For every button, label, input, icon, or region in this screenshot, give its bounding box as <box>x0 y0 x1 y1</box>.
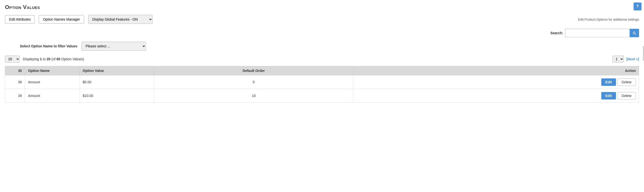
search-input-wrapper <box>565 29 639 37</box>
option-names-manager-button[interactable]: Option Names Manager <box>39 15 84 23</box>
col-header-id: ID <box>5 66 25 75</box>
data-table: ID Option Name Option Value Default Orde… <box>5 66 639 103</box>
cell-default-order: 10 <box>154 89 354 103</box>
search-button[interactable] <box>630 29 639 37</box>
pagination-row: 20 Displaying 1 to 20 (of 65 Option Valu… <box>5 56 639 62</box>
search-icon <box>632 31 636 35</box>
table-row: 39 Amount $10.00 10 Edit Delete <box>5 89 639 103</box>
cell-option-name: Amount <box>25 75 80 89</box>
table-row: 38 Amount $5.00 5 Edit Delete <box>5 75 639 89</box>
next-link[interactable]: [Next »] <box>626 57 639 61</box>
cell-option-name: Amount <box>25 89 80 103</box>
col-header-default-order: Default Order <box>154 66 354 75</box>
toolbar-row: Edit Attributes Option Names Manager Dis… <box>5 15 639 24</box>
cell-id: 39 <box>5 89 25 103</box>
edit-button[interactable]: Edit <box>601 92 616 99</box>
pagination-right: 1 [Next »] <box>612 56 639 62</box>
col-header-option-name: Option Name <box>25 66 80 75</box>
pagination-total: 65 <box>56 57 60 61</box>
col-header-action: Action <box>354 66 639 75</box>
col-header-option-value: Option Value <box>80 66 154 75</box>
edit-product-link: Edit Product Options for additional sett… <box>578 18 639 21</box>
help-button[interactable]: ? <box>634 2 642 10</box>
page-select[interactable]: 1 <box>612 56 624 62</box>
search-row: Search: <box>5 29 639 37</box>
cell-default-order: 5 <box>154 75 354 89</box>
page-title: Option Values <box>5 4 639 10</box>
pagination-display-pre: Displaying <box>23 57 39 61</box>
filter-select[interactable]: Please select ... <box>82 42 146 51</box>
pagination-range-end: 20 <box>47 57 51 61</box>
pagination-info: Displaying 1 to 20 (of 65 Option Values) <box>23 57 84 61</box>
scroll-indicator <box>643 46 644 61</box>
edit-button[interactable]: Edit <box>601 78 616 86</box>
page-wrapper: ? Option Values Edit Attributes Option N… <box>0 0 644 107</box>
pagination-range-start: 1 <box>40 57 42 61</box>
delete-button[interactable]: Delete <box>618 92 636 99</box>
cell-action: Edit Delete <box>354 75 639 89</box>
per-page-select[interactable]: 20 <box>5 56 20 62</box>
cell-option-value: $10.00 <box>80 89 154 103</box>
global-features-select[interactable]: Display Global Features - ON <box>88 15 153 24</box>
search-label: Search: <box>550 31 563 35</box>
table-header-row: ID Option Name Option Value Default Orde… <box>5 66 639 75</box>
edit-attributes-button[interactable]: Edit Attributes <box>5 15 35 23</box>
cell-option-value: $5.00 <box>80 75 154 89</box>
pagination-item-label: Option Values) <box>61 57 84 61</box>
search-input[interactable] <box>565 29 630 37</box>
delete-button[interactable]: Delete <box>618 78 636 86</box>
cell-id: 38 <box>5 75 25 89</box>
filter-row: Select Option Name to filter Values Plea… <box>20 42 639 51</box>
filter-label: Select Option Name to filter Values <box>20 44 78 48</box>
cell-action: Edit Delete <box>354 89 639 103</box>
